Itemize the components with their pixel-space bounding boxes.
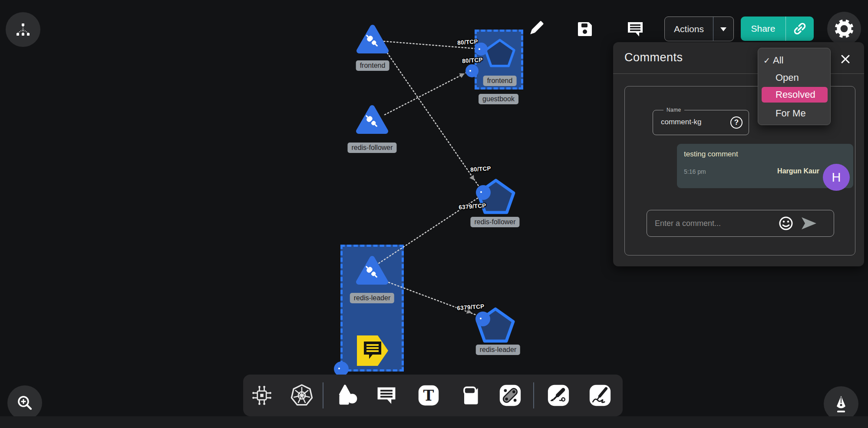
deployment-pentagon-icon (484, 38, 516, 68)
tool-pen-arrow[interactable] (546, 383, 571, 408)
port-label: 80/TCP (470, 165, 492, 173)
pencil-scribble-icon (589, 384, 611, 407)
smiley-icon (778, 216, 794, 231)
zoom-button[interactable] (7, 385, 42, 420)
node-label: frontend (356, 60, 389, 71)
tree-icon (14, 21, 32, 38)
edit-button[interactable] (526, 19, 545, 40)
copy-link-button[interactable] (786, 22, 814, 35)
draw-mode-button[interactable] (824, 386, 858, 421)
help-icon[interactable]: ? (730, 116, 743, 129)
text-tool-icon: T (417, 384, 440, 407)
comment-text: testing comment (684, 150, 738, 159)
tool-connector[interactable] (498, 383, 522, 408)
comment-marker[interactable] (356, 334, 389, 369)
sticky-note-icon (459, 384, 481, 407)
emoji-button[interactable] (778, 216, 794, 233)
share-button-label: Share (741, 23, 785, 34)
toolbar-divider (533, 382, 534, 408)
gear-icon (834, 19, 854, 39)
node-label: redis-follower (470, 217, 519, 227)
group-label: guestbook (479, 94, 518, 104)
port-circle[interactable] (334, 362, 349, 376)
save-button[interactable] (576, 20, 594, 40)
chevron-down-icon (720, 27, 727, 32)
zoom-in-icon (16, 394, 34, 412)
comment-flag-icon (356, 334, 389, 368)
save-icon (576, 20, 594, 38)
deployment-node-frontend[interactable] (484, 38, 516, 70)
comment-icon (626, 20, 645, 39)
service-node-redis-leader[interactable] (355, 255, 389, 288)
send-icon (801, 216, 817, 230)
tool-text[interactable]: T (416, 383, 441, 408)
bottom-band (0, 416, 868, 428)
comment-timestamp: 5:16 pm (684, 168, 706, 175)
node-label: frontend (483, 76, 517, 86)
menu-item-open[interactable]: Open (758, 69, 830, 86)
menu-item-label: For Me (758, 108, 806, 119)
tool-kubernetes[interactable] (290, 383, 314, 408)
name-field-label: Name (663, 107, 684, 113)
close-icon (840, 54, 851, 64)
comment-author: Hargun Kaur (777, 167, 819, 175)
port-circle[interactable] (475, 312, 490, 326)
comment-name-field[interactable]: Name comment-kg ? (653, 110, 749, 135)
settings-button[interactable] (827, 12, 861, 46)
port-circle[interactable] (465, 64, 479, 77)
pen-nib-icon (832, 394, 851, 413)
port-circle[interactable] (476, 185, 491, 200)
service-triangle-icon (355, 255, 389, 286)
node-label: redis-leader (350, 293, 394, 303)
close-panel-button[interactable] (839, 53, 852, 66)
shapes-icon (336, 384, 359, 407)
node-label: redis-leader (476, 345, 520, 355)
comments-filter-menu: ✓ All Open Resolved For Me (758, 48, 831, 125)
pencil-icon (526, 19, 545, 38)
tool-comment[interactable] (374, 383, 399, 408)
avatar: H (823, 164, 850, 191)
tool-sticky-note[interactable] (458, 383, 482, 408)
pen-arrow-icon (547, 384, 570, 407)
circuit-chip-icon (251, 384, 273, 407)
svg-text:T: T (423, 387, 434, 404)
actions-button-label: Actions (665, 24, 713, 34)
send-comment-button[interactable] (801, 216, 817, 232)
tool-shapes[interactable] (335, 383, 360, 408)
menu-item-label: Open (758, 72, 799, 83)
link-icon (793, 22, 806, 35)
menu-item-label: Resolved (762, 89, 815, 100)
chain-link-icon (499, 384, 521, 407)
comment-item[interactable]: testing comment 5:16 pm Hargun Kaur H (677, 144, 853, 188)
node-label: redis-follower (347, 143, 396, 153)
comment-input-container (647, 210, 834, 237)
check-icon: ✓ (758, 56, 773, 66)
panel-title: Comments (624, 51, 683, 64)
actions-button[interactable]: Actions (664, 17, 734, 41)
canvas[interactable]: frontend redis-follower redis-leader (0, 0, 868, 428)
kubernetes-icon (290, 384, 314, 407)
service-node-redis-follower[interactable] (355, 104, 389, 137)
tool-pencil-draw[interactable] (588, 383, 612, 408)
toolbar-divider (323, 382, 323, 408)
menu-item-resolved[interactable]: Resolved (762, 87, 828, 103)
comment-tool-icon (375, 384, 398, 407)
layout-tree-button[interactable] (6, 12, 40, 47)
comments-toggle-button[interactable] (626, 20, 645, 40)
name-field-value: comment-kg (661, 118, 702, 126)
comment-input[interactable] (647, 210, 786, 236)
service-triangle-icon (356, 24, 389, 55)
menu-item-all[interactable]: ✓ All (758, 52, 830, 69)
menu-item-for-me[interactable]: For Me (758, 105, 830, 122)
service-triangle-icon (355, 104, 389, 136)
shape-toolbar: T (243, 375, 623, 416)
actions-caret-button[interactable] (713, 27, 733, 32)
service-node-frontend[interactable] (356, 24, 389, 57)
menu-item-label: All (773, 55, 783, 66)
tool-infrastructure[interactable] (250, 383, 274, 408)
share-button[interactable]: Share (741, 17, 814, 41)
